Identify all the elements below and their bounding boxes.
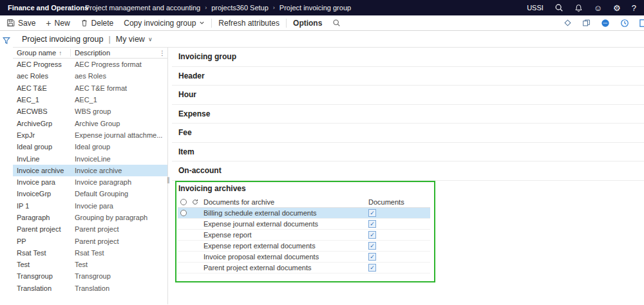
toolbar-divider [286, 19, 287, 28]
title-divider: | [108, 35, 110, 44]
breadcrumb: Project management and accounting › proj… [85, 4, 351, 12]
section-item[interactable]: Item [172, 143, 644, 162]
table-row[interactable]: InvoiceGrpDefault Grouping [13, 188, 167, 199]
notifications-bell-icon[interactable] [574, 4, 583, 12]
documents-checkbox[interactable] [368, 242, 376, 250]
documents-checkbox[interactable] [368, 220, 376, 228]
action-bar-right-icons [564, 19, 644, 28]
section-invoicing-archives-header[interactable]: Invoicing archives [172, 181, 644, 197]
splitter-handle-icon[interactable]: ∥ [167, 176, 170, 183]
archives-grid: Documents for archive Documents Billing … [178, 197, 430, 273]
help-icon[interactable]: ? [632, 4, 636, 12]
delete-button[interactable]: Delete [75, 15, 119, 30]
column-header-documents-for-archive[interactable]: Documents for archive [201, 198, 366, 206]
table-row[interactable]: Invoice archiveInvoice archive [13, 165, 167, 176]
column-header-group-name[interactable]: Group name ↑ [13, 49, 71, 57]
page-title: Project invoicing group [22, 35, 103, 44]
table-row[interactable]: Ideal groupIdeal group [13, 141, 167, 152]
page-content: Project invoicing group | My view ∨ Grou… [0, 31, 644, 304]
action-bar: Save + New Delete Copy invoicing group R… [0, 15, 644, 31]
documents-checkbox[interactable] [368, 264, 376, 272]
settings-gear-icon[interactable]: ⚙ [613, 4, 621, 12]
feedback-smiley-icon[interactable]: ☺ [594, 4, 602, 12]
search-icon [332, 19, 341, 27]
table-row[interactable]: TransgroupTransgroup [13, 270, 167, 282]
documents-checkbox[interactable] [368, 209, 376, 217]
table-row[interactable]: InvLineInvoiceLine [13, 152, 167, 164]
search-icon[interactable] [554, 3, 564, 12]
list-header: Group name ↑ Description ⋮ [13, 48, 167, 59]
archives-grid-header: Documents for archive Documents [178, 197, 430, 208]
table-row[interactable]: TranslationTranslation [13, 282, 167, 294]
table-row[interactable]: Expense journal external documents [178, 219, 430, 230]
panel-splitter[interactable]: ∥ [167, 48, 172, 304]
section-header[interactable]: Header [172, 67, 644, 86]
refresh-grid-icon[interactable] [189, 199, 201, 205]
radio-icon [180, 199, 187, 205]
company-picker[interactable]: USSI [527, 4, 544, 12]
table-row[interactable]: ExpJrExpense journal attachme... [13, 129, 167, 141]
table-row[interactable]: Expense report external documents [178, 241, 430, 252]
column-header-documents[interactable]: Documents [366, 198, 430, 206]
chevron-down-icon [199, 20, 205, 26]
table-row[interactable]: ArchiveGrpArchive Group [13, 117, 167, 129]
sort-ascending-icon: ↑ [59, 50, 62, 57]
filter-funnel-icon[interactable] [2, 36, 11, 45]
table-row[interactable]: AEC_1AEC_1 [13, 94, 167, 106]
sidebar-panel-icon[interactable] [639, 19, 644, 28]
refresh-attributes-button[interactable]: Refresh attributes [213, 15, 285, 30]
detail-sections: Invoicing group Header Hour Expense Fee … [172, 48, 644, 304]
new-button[interactable]: + New [41, 15, 75, 30]
grid-more-options-icon[interactable]: ⋮ [157, 50, 167, 57]
save-button[interactable]: Save [1, 15, 41, 30]
trash-icon [80, 19, 88, 27]
top-navigation-bar: Finance and Operations Project managemen… [0, 0, 644, 15]
options-button[interactable]: Options [288, 15, 327, 30]
table-row[interactable]: PPParent project [13, 235, 167, 246]
section-on-account[interactable]: On-account [172, 162, 644, 181]
table-row[interactable]: Parent projectParent project [13, 223, 167, 235]
share-icon[interactable] [564, 19, 572, 27]
table-row[interactable]: Parent project external documents [178, 263, 430, 273]
table-row[interactable]: Invoice paraInvoice paragraph [13, 176, 167, 188]
topbar-actions: USSI ☺ ⚙ ? [527, 3, 644, 12]
invoicing-group-list: Group name ↑ Description ⋮ AEC ProgressA… [13, 48, 167, 304]
select-all-radio[interactable] [178, 199, 189, 205]
save-icon [6, 19, 15, 27]
section-hour[interactable]: Hour [172, 86, 644, 105]
table-row[interactable]: Billing schedule external documents [178, 208, 430, 219]
table-row[interactable]: TestTest [13, 259, 167, 270]
app-name[interactable]: Finance and Operations [0, 4, 85, 12]
toolbar-divider [211, 19, 212, 28]
messages-icon[interactable] [601, 19, 610, 28]
table-row[interactable]: Rsat TestRsat Test [13, 247, 167, 259]
breadcrumb-item[interactable]: projects360 Setup [211, 4, 269, 12]
breadcrumb-item[interactable]: Project management and accounting [85, 4, 200, 12]
table-row[interactable]: AECWBSWBS group [13, 106, 167, 117]
section-invoicing-group[interactable]: Invoicing group [172, 48, 644, 67]
copy-invoicing-group-button[interactable]: Copy invoicing group [118, 15, 210, 30]
breadcrumb-item[interactable]: Project invoicing group [279, 4, 351, 12]
section-fee[interactable]: Fee [172, 124, 644, 143]
list-rows: AEC ProgressAEC Progress format aec Role… [13, 59, 167, 304]
table-row[interactable]: Invoice proposal external documents [178, 252, 430, 263]
table-row[interactable]: aec Rolesaes Roles [13, 70, 167, 82]
page-header: Project invoicing group | My view ∨ [13, 31, 644, 48]
toolbar-search-button[interactable] [327, 15, 346, 30]
documents-checkbox[interactable] [368, 231, 376, 239]
open-new-window-icon[interactable] [582, 19, 591, 27]
table-row[interactable]: AEC ProgressAEC Progress format [13, 59, 167, 70]
section-invoicing-archives: Invoicing archives Documents for archive… [172, 181, 644, 305]
column-header-description[interactable]: Description [71, 49, 157, 57]
table-row[interactable]: ParagraphGrouping by paragraph [13, 212, 167, 223]
radio-icon[interactable] [180, 210, 187, 216]
chevron-down-icon: ∨ [148, 36, 153, 42]
section-expense[interactable]: Expense [172, 105, 644, 124]
table-row[interactable]: Expense report [178, 230, 430, 241]
filter-rail [0, 31, 13, 304]
view-switcher[interactable]: My view ∨ [116, 35, 153, 44]
documents-checkbox[interactable] [368, 253, 376, 261]
table-row[interactable]: AEC T&EAEC T&E format [13, 82, 167, 94]
table-row[interactable]: IP 1Invocie para [13, 200, 167, 212]
history-icon[interactable] [620, 19, 629, 28]
